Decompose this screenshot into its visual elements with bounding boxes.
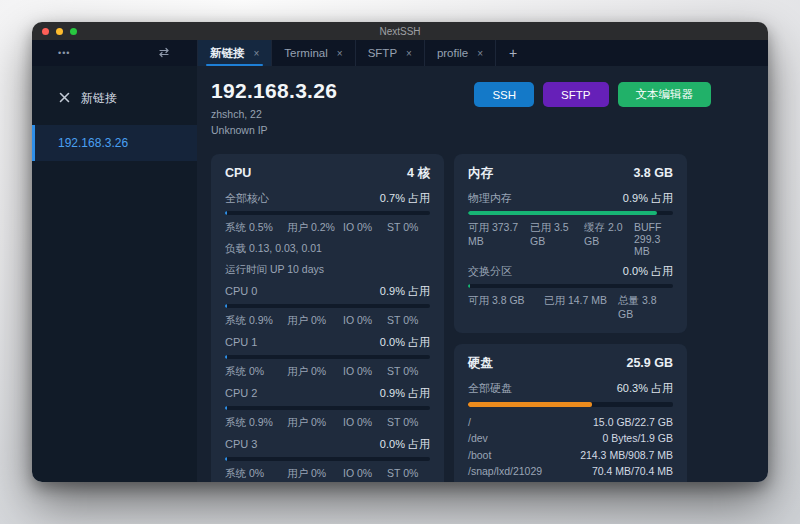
memory-card-title: 内存 bbox=[468, 165, 493, 182]
memory-card: 内存 3.8 GB 物理内存 0.9% 占用 可用 373.7 MB 已用 3.… bbox=[454, 154, 687, 333]
new-tab-button[interactable]: + bbox=[496, 40, 530, 66]
cpu-io-stat: IO 0% bbox=[343, 416, 387, 430]
sftp-button[interactable]: SFTP bbox=[543, 82, 608, 107]
host-header: 192.168.3.26 zhshch, 22 Unknown IP SSH S… bbox=[211, 79, 711, 139]
content-area: 192.168.3.26 zhshch, 22 Unknown IP SSH S… bbox=[197, 66, 768, 482]
more-icon[interactable]: ••• bbox=[58, 48, 70, 58]
cpu-st-stat: ST 0% bbox=[387, 221, 430, 235]
mount-usage: 15.0 GB/22.7 GB bbox=[593, 416, 673, 428]
host-subtitle: zhshch, 22 Unknown IP bbox=[211, 107, 337, 139]
sidebar: 新链接 192.168.3.26 bbox=[32, 66, 197, 482]
mount-path: /dev bbox=[468, 432, 488, 444]
swap-label: 交换分区 bbox=[468, 264, 512, 279]
sidebar-item-connection[interactable]: 192.168.3.26 bbox=[32, 125, 197, 161]
cpu-sys-stat: 系统 0% bbox=[225, 365, 287, 379]
cpu-core-block: CPU 2 0.9% 占用 系统 0.9% 用户 0% IO 0% ST 0% bbox=[225, 386, 430, 430]
physical-memory-stats: 可用 373.7 MB 已用 3.5 GB 缓存 2.0 GB BUFF 299… bbox=[468, 221, 673, 257]
mem-buff-stat: BUFF 299.3 MB bbox=[634, 221, 673, 257]
disk-overall-label: 全部硬盘 bbox=[468, 381, 512, 396]
cpu-st-stat: ST 0% bbox=[387, 416, 430, 430]
cpu-io-stat: IO 0% bbox=[343, 314, 387, 328]
disk-mount-row: /boot 214.3 MB/908.7 MB bbox=[468, 447, 673, 464]
main-area: 新链接 192.168.3.26 192.168.3.26 zhshch, 22… bbox=[32, 66, 768, 482]
close-icon[interactable]: × bbox=[406, 48, 412, 59]
disk-mount-row: /snap/lxd/21545 67.3 MB/67.3 MB bbox=[468, 480, 673, 483]
cpu-core-stats: 系统 0% 用户 0% IO 0% ST 0% bbox=[225, 467, 430, 481]
left-column: CPU 4 核 全部核心 0.7% 占用 系统 0.5% 用户 0.2% IO … bbox=[211, 154, 444, 483]
close-icon[interactable]: × bbox=[477, 48, 483, 59]
close-icon[interactable]: × bbox=[337, 48, 343, 59]
close-icon[interactable]: × bbox=[254, 48, 260, 59]
disk-mount-row: / 15.0 GB/22.7 GB bbox=[468, 414, 673, 431]
swap-used-stat: 已用 14.7 MB bbox=[544, 294, 618, 320]
right-column: 内存 3.8 GB 物理内存 0.9% 占用 可用 373.7 MB 已用 3.… bbox=[454, 154, 687, 483]
mount-path: /snap/lxd/21029 bbox=[468, 465, 542, 477]
physical-memory-usage: 0.9% 占用 bbox=[623, 191, 673, 206]
cpu-st-stat: ST 0% bbox=[387, 467, 430, 481]
tab-profile[interactable]: profile × bbox=[425, 40, 496, 66]
mem-cache-stat: 缓存 2.0 GB bbox=[584, 221, 634, 257]
disk-card: 硬盘 25.9 GB 全部硬盘 60.3% 占用 / 15.0 GB/22.7 … bbox=[454, 344, 687, 483]
swap-free-stat: 可用 3.8 GB bbox=[468, 294, 544, 320]
swap-icon[interactable] bbox=[157, 44, 171, 62]
ssh-button[interactable]: SSH bbox=[474, 82, 534, 107]
physical-memory-label: 物理内存 bbox=[468, 191, 512, 206]
cpu-core-name: CPU 1 bbox=[225, 336, 257, 348]
tab-bar: ••• 新链接 × Terminal × SFTP × pro bbox=[32, 40, 768, 66]
cpu-core-usage: 0.0% 占用 bbox=[380, 437, 430, 452]
tabs: 新链接 × Terminal × SFTP × profile × + bbox=[197, 40, 530, 66]
physical-memory-bar bbox=[468, 211, 673, 215]
cpu-core-block: CPU 1 0.0% 占用 系统 0% 用户 0% IO 0% ST 0% bbox=[225, 335, 430, 379]
tab-label: SFTP bbox=[368, 47, 397, 59]
mount-path: /boot bbox=[468, 449, 491, 461]
cpu-core-block: CPU 0 0.9% 占用 系统 0.9% 用户 0% IO 0% ST 0% bbox=[225, 284, 430, 328]
cpu-user-stat: 用户 0% bbox=[287, 314, 343, 328]
cpu-overall-stats: 系统 0.5% 用户 0.2% IO 0% ST 0% bbox=[225, 221, 430, 235]
host-ip-status: Unknown IP bbox=[211, 123, 337, 139]
cpu-overall-label: 全部核心 bbox=[225, 191, 269, 206]
mount-usage: 70.4 MB/70.4 MB bbox=[592, 465, 673, 477]
mount-usage: 214.3 MB/908.7 MB bbox=[580, 449, 673, 461]
cpu-core-stats: 系统 0% 用户 0% IO 0% ST 0% bbox=[225, 365, 430, 379]
cpu-core-block: CPU 3 0.0% 占用 系统 0% 用户 0% IO 0% ST 0% bbox=[225, 437, 430, 481]
plus-icon: + bbox=[509, 45, 517, 61]
tab-new-connection[interactable]: 新链接 × bbox=[197, 40, 272, 66]
sidebar-new-connection-label: 新链接 bbox=[81, 90, 117, 107]
disk-total: 25.9 GB bbox=[626, 356, 673, 370]
cpu-load: 负载 0.13, 0.03, 0.01 bbox=[225, 242, 430, 256]
cpu-core-name: CPU 2 bbox=[225, 387, 257, 399]
sidebar-new-connection[interactable]: 新链接 bbox=[32, 82, 197, 117]
cpu-io-stat: IO 0% bbox=[343, 467, 387, 481]
cpu-core-name: CPU 0 bbox=[225, 285, 257, 297]
disk-mount-row: /dev 0 Bytes/1.9 GB bbox=[468, 430, 673, 447]
cpu-overall-bar bbox=[225, 211, 430, 215]
cpu-sys-stat: 系统 0.9% bbox=[225, 416, 287, 430]
cpu-user-stat: 用户 0% bbox=[287, 365, 343, 379]
tab-label: 新链接 bbox=[210, 46, 245, 61]
mount-usage: 0 Bytes/1.9 GB bbox=[602, 432, 673, 444]
cpu-card-title: CPU bbox=[225, 166, 251, 180]
cpu-core-usage: 0.0% 占用 bbox=[380, 335, 430, 350]
cpu-card: CPU 4 核 全部核心 0.7% 占用 系统 0.5% 用户 0.2% IO … bbox=[211, 154, 444, 483]
tab-sftp[interactable]: SFTP × bbox=[356, 40, 425, 66]
host-info: 192.168.3.26 zhshch, 22 Unknown IP bbox=[211, 79, 337, 139]
swap-total-stat: 总量 3.8 GB bbox=[618, 294, 673, 320]
sidebar-item-label: 192.168.3.26 bbox=[58, 136, 128, 150]
tab-terminal[interactable]: Terminal × bbox=[272, 40, 355, 66]
tabbar-controls: ••• bbox=[32, 40, 197, 66]
cpu-core-bar bbox=[225, 406, 430, 410]
cpu-sys-stat: 系统 0.9% bbox=[225, 314, 287, 328]
text-editor-button[interactable]: 文本编辑器 bbox=[618, 82, 712, 107]
cpu-io-stat: IO 0% bbox=[343, 221, 387, 235]
cpu-core-bar bbox=[225, 355, 430, 359]
host-title: 192.168.3.26 bbox=[211, 79, 337, 103]
disk-overall-usage: 60.3% 占用 bbox=[617, 381, 673, 396]
cpu-core-bar bbox=[225, 457, 430, 461]
swap-bar bbox=[468, 284, 673, 288]
window-title: NextSSH bbox=[32, 26, 768, 37]
cpu-core-usage: 0.9% 占用 bbox=[380, 386, 430, 401]
cpu-user-stat: 用户 0% bbox=[287, 467, 343, 481]
cpu-overall-usage: 0.7% 占用 bbox=[380, 191, 430, 206]
cpu-sys-stat: 系统 0.5% bbox=[225, 221, 287, 235]
mem-free-stat: 可用 373.7 MB bbox=[468, 221, 530, 257]
